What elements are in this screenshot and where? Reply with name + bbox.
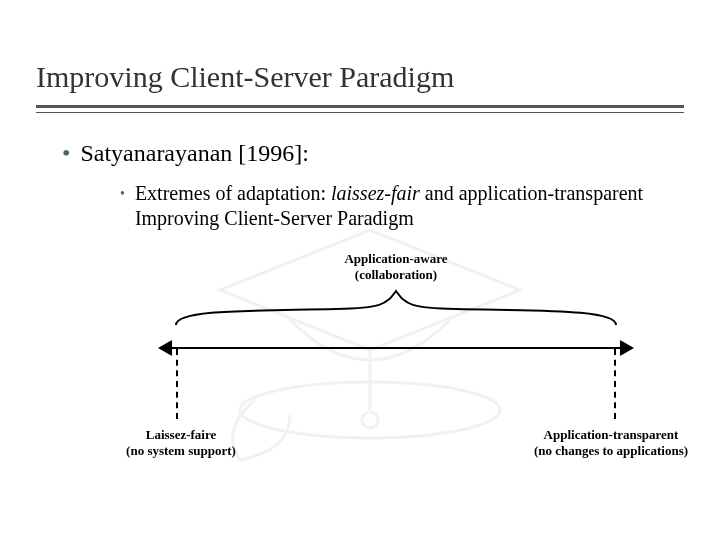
diagram-left-label: Laissez-faire (no system support) [106, 427, 256, 458]
slide-body: Improving Client-Server Paradigm • Satya… [0, 0, 720, 540]
title-underline [36, 105, 684, 113]
dashed-connector-left [176, 349, 178, 419]
top-label-line1: Application-aware [344, 251, 447, 266]
left-label-line1: Laissez-faire [146, 427, 217, 442]
bullet-level-1-text: Satyanarayanan [1996]: [80, 139, 309, 168]
arrowhead-left-icon [158, 340, 172, 356]
top-label-line2: (collaboration) [355, 267, 437, 282]
bullet-level-1: • Satyanarayanan [1996]: [62, 139, 684, 168]
bullet-level-2-text: Extremes of adaptation: laissez-fair and… [135, 181, 684, 231]
adaptation-spectrum-diagram: Application-aware (collaboration) Laisse… [156, 251, 636, 481]
left-label-line2: (no system support) [126, 443, 236, 458]
bullet-icon: • [120, 187, 125, 201]
bullet2-prefix: Extremes of adaptation: [135, 182, 331, 204]
right-label-line2: (no changes to applications) [534, 443, 688, 458]
curly-brace-icon [156, 287, 636, 327]
right-label-line1: Application-transparent [544, 427, 679, 442]
bullet-icon: • [62, 141, 70, 165]
spectrum-line [172, 347, 620, 349]
arrowhead-right-icon [620, 340, 634, 356]
bullet2-italic: laissez-fair [331, 182, 420, 204]
bullet-level-2: • Extremes of adaptation: laissez-fair a… [120, 181, 684, 231]
dashed-connector-right [614, 349, 616, 419]
diagram-top-label: Application-aware (collaboration) [344, 251, 447, 282]
diagram-right-label: Application-transparent (no changes to a… [516, 427, 706, 458]
slide-title: Improving Client-Server Paradigm [36, 60, 684, 95]
